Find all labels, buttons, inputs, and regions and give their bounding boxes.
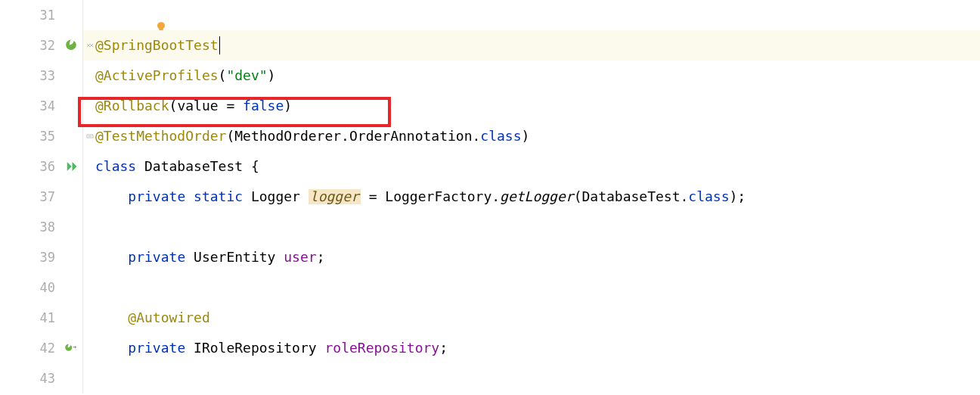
field-token: roleRepository [324,341,439,355]
gutter-row[interactable]: 34 [0,91,82,121]
gutter-row[interactable]: 40 [0,272,82,303]
line-number: 33 [40,70,61,82]
text-cursor [219,36,220,54]
keyword-token: false [243,99,284,113]
gutter-row[interactable]: 41 [0,303,82,333]
field-highlight-token: logger [309,189,361,204]
line-number: 31 [40,9,61,22]
code-line[interactable]: @Rollback(value = false) [83,91,980,121]
gutter-row[interactable]: 32 [0,30,82,61]
gutter-icon-slot [64,8,78,22]
line-number: 42 [40,342,61,355]
string-token: "dev" [226,69,267,82]
paren-token: ) [522,129,530,143]
text-token: = LoggerFactory. [361,190,500,204]
gutter-icon-slot [64,372,78,385]
editor-gutter: 31 32 33 34 35 36 37 38 39 40 [0,0,83,393]
gutter-row[interactable]: 42 [0,333,82,363]
semicolon-token: ; [317,250,325,264]
line-number: 41 [40,312,61,325]
code-line[interactable]: @ActiveProfiles("dev") [83,61,980,91]
param-token: value = [177,99,243,113]
keyword-token: class [480,129,521,143]
paren-token: ( [226,129,234,143]
keyword-token: class [688,190,729,204]
fold-collapse-icon[interactable] [85,132,95,140]
line-number: 34 [40,100,61,113]
gutter-icon-slot [64,220,78,234]
gutter-row[interactable]: 38 [0,212,82,242]
keyword-token: private [128,341,185,355]
field-token: user [284,250,316,264]
code-line[interactable]: class DatabaseTest { [83,151,980,182]
paren-token: ) [268,69,276,82]
keyword-token: private [128,190,185,204]
semicolon-token: ; [439,341,448,355]
gutter-row[interactable]: 31 [0,0,82,30]
paren-token: ) [284,99,292,113]
text-token: ); [730,190,746,204]
brace-token: { [251,160,259,173]
gutter-icon-slot [64,311,78,325]
line-number: 32 [40,39,61,52]
code-line[interactable]: @Autowired [83,303,980,333]
keyword-token: static [194,190,243,204]
annotation-token: @Rollback [95,99,169,113]
line-number: 35 [40,130,61,143]
line-number: 40 [40,281,61,294]
gutter-icon-slot [64,99,78,113]
code-line[interactable] [83,0,980,30]
autowired-bean-icon[interactable] [64,341,78,355]
keyword-token: private [128,250,185,264]
code-line-current[interactable]: @SpringBootTest [83,30,980,61]
code-line[interactable]: @TestMethodOrder(MethodOrderer.OrderAnno… [83,121,980,151]
code-line[interactable] [83,363,980,393]
paren-token: ( [219,69,227,82]
gutter-row[interactable]: 35 [0,121,82,151]
line-number: 38 [40,221,61,234]
code-line[interactable]: private static Logger logger = LoggerFac… [83,182,980,212]
gutter-icon-slot [64,129,78,143]
gutter-icon-slot [64,250,78,264]
run-tests-icon[interactable] [64,160,78,173]
code-line[interactable] [83,272,980,303]
gutter-row[interactable]: 39 [0,242,82,272]
type-token: Logger [251,190,300,204]
spring-leaf-icon[interactable] [64,39,78,52]
static-method-token: getLogger [500,190,574,204]
gutter-icon-slot [64,69,78,82]
gutter-icon-slot [64,281,78,294]
gutter-row[interactable]: 43 [0,363,82,393]
gutter-row[interactable]: 33 [0,61,82,91]
annotation-token: @SpringBootTest [95,39,219,52]
annotation-token: @Autowired [128,311,209,325]
text-token: (DatabaseTest. [574,190,689,204]
code-line[interactable]: private IRoleRepository roleRepository; [83,333,980,363]
line-number: 36 [40,160,61,173]
paren-token: ( [169,99,178,113]
line-number: 43 [40,372,61,385]
type-token: DatabaseTest [136,160,251,173]
type-token: MethodOrderer.OrderAnnotation. [234,129,480,143]
fold-collapse-icon[interactable] [85,42,95,49]
code-line[interactable] [83,212,980,242]
line-number: 39 [40,251,61,264]
annotation-token: @TestMethodOrder [95,129,226,143]
type-token: UserEntity [194,250,275,264]
type-token: IRoleRepository [194,341,317,355]
annotation-token: @ActiveProfiles [95,69,219,82]
gutter-row[interactable]: 37 [0,182,82,212]
gutter-icon-slot [64,190,78,204]
code-line[interactable]: private UserEntity user; [83,242,980,272]
gutter-row[interactable]: 36 [0,151,82,182]
line-number: 37 [40,191,61,204]
code-editor[interactable]: @SpringBootTest @ActiveProfiles("dev") @… [83,0,980,393]
keyword-token: class [95,160,136,173]
